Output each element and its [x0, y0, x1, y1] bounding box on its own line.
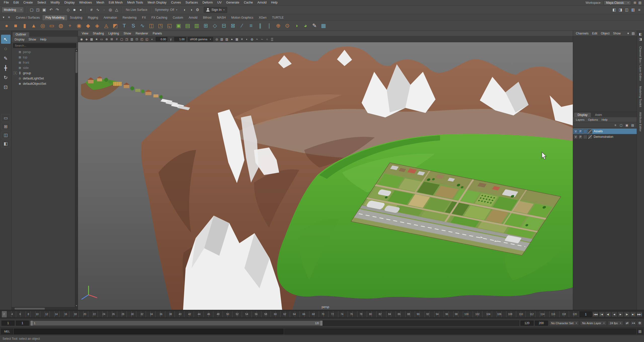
- select-hierarchy-icon[interactable]: ◇: [65, 7, 71, 13]
- menu-item[interactable]: Edit: [11, 0, 21, 5]
- anti-alias-icon[interactable]: ≈: [255, 37, 260, 42]
- bookmark-icon[interactable]: ★: [94, 37, 99, 42]
- make-live-icon[interactable]: △: [113, 7, 120, 13]
- sidebar-panel-tab[interactable]: Channel Box / Layer Editor: [639, 44, 642, 84]
- viewport-menu-item[interactable]: Panels: [150, 32, 164, 35]
- outliner-search-input[interactable]: [13, 43, 76, 48]
- image-plane-icon[interactable]: ▭: [99, 37, 104, 42]
- layer-color-swatch[interactable]: [588, 135, 592, 139]
- layer-editor-tab[interactable]: Display: [574, 113, 591, 117]
- shelf-tab[interactable]: Motion Graphics: [228, 15, 256, 20]
- tool-settings-toggle-icon[interactable]: ◨: [617, 7, 624, 13]
- menu-item[interactable]: Generate: [224, 0, 242, 5]
- poly-torus-icon[interactable]: ◎: [38, 21, 47, 30]
- poly-platonic-icon[interactable]: ◆: [84, 21, 93, 30]
- four-pane-layout-button[interactable]: ⊞: [2, 123, 10, 130]
- outliner-item[interactable]: + ◉ defaultObjectSet: [12, 81, 75, 86]
- poly-plane-icon[interactable]: ▭: [47, 21, 56, 30]
- menu-item[interactable]: Surfaces: [183, 0, 200, 5]
- poly-disc-icon[interactable]: ◍: [56, 21, 65, 30]
- smooth-icon[interactable]: ◕: [301, 21, 310, 30]
- channel-layout-icon[interactable]: ▤: [631, 31, 636, 36]
- two-d-pan-zoom-icon[interactable]: ⊕: [104, 37, 109, 42]
- shelf-tab[interactable]: Rendering: [120, 15, 139, 20]
- layer-playback-toggle[interactable]: P: [578, 129, 583, 134]
- step-forward-frame-button[interactable]: ▶|: [630, 312, 636, 317]
- boolean-difference-icon[interactable]: ▤: [183, 21, 192, 30]
- animation-preferences-icon[interactable]: ⚙: [637, 321, 642, 326]
- shelf-tab[interactable]: FX Caching: [149, 15, 170, 20]
- go-to-end-button[interactable]: ▶▶|: [636, 312, 642, 317]
- target-weld-icon[interactable]: ⊕: [274, 21, 283, 30]
- outliner-title[interactable]: Outliner: [13, 32, 29, 37]
- redo-icon[interactable]: ↷: [54, 7, 60, 13]
- menu-item[interactable]: Mesh Tools: [125, 0, 145, 5]
- layer-name[interactable]: Demonstration: [593, 135, 613, 139]
- viewport-menu-item[interactable]: Shading: [91, 32, 106, 35]
- rotate-tool[interactable]: ↻: [1, 73, 11, 82]
- scrollbar-thumb[interactable]: [15, 308, 45, 310]
- boolean-union-icon[interactable]: ▣: [174, 21, 183, 30]
- menu-item[interactable]: Cache: [242, 0, 255, 5]
- resolution-gate-icon[interactable]: ◳: [124, 37, 129, 42]
- layer-editor-menu-item[interactable]: Options: [586, 118, 600, 121]
- menu-item[interactable]: File: [2, 0, 11, 5]
- layer-display-type-toggle[interactable]: [583, 135, 587, 139]
- channel-box-menu-item[interactable]: Channels: [574, 32, 590, 35]
- extract-icon[interactable]: ◱: [165, 21, 174, 30]
- viewport-menu-item[interactable]: Show: [121, 32, 133, 35]
- scrollbar-thumb[interactable]: [75, 52, 77, 73]
- menu-item[interactable]: Mesh Display: [145, 0, 169, 5]
- shelf-tab[interactable]: MASH: [214, 15, 229, 20]
- poly-super-ellipse-icon[interactable]: ◈: [93, 21, 102, 30]
- outliner-item[interactable]: + ▦ side: [12, 65, 75, 70]
- layer-editor-tab[interactable]: Anim: [591, 113, 605, 117]
- type-tool-icon[interactable]: T: [120, 21, 129, 30]
- script-editor-icon[interactable]: ▤: [637, 329, 643, 334]
- current-time-field[interactable]: [580, 312, 592, 317]
- new-layer-from-selected-icon[interactable]: ▣: [624, 123, 629, 127]
- poly-gear-icon[interactable]: +: [65, 21, 74, 30]
- connect-icon[interactable]: ≡: [247, 21, 256, 30]
- menu-set-selector[interactable]: Modeling ▾: [2, 7, 24, 13]
- menu-item[interactable]: Select: [35, 0, 48, 5]
- outliner-menu-item[interactable]: Display: [13, 38, 26, 41]
- wireframe-on-shaded-icon[interactable]: ▧: [224, 37, 229, 42]
- shadows-icon[interactable]: ◐: [245, 37, 250, 42]
- new-scene-icon[interactable]: ▢: [28, 7, 35, 13]
- sign-in-button[interactable]: Sign In ▾: [204, 7, 227, 13]
- viewport-menu-item[interactable]: View: [79, 32, 91, 35]
- command-language-button[interactable]: MEL: [1, 329, 13, 334]
- channel-display-options-icon[interactable]: ▾: [626, 31, 631, 36]
- outliner-persp-layout-button[interactable]: ◧: [2, 140, 10, 147]
- viewport-menu-item[interactable]: Renderer: [133, 32, 150, 35]
- camera-attributes-icon[interactable]: ▦: [89, 37, 94, 42]
- layer-attributes-icon[interactable]: ▤: [630, 123, 635, 127]
- outliner-item[interactable]: + ▦ top: [12, 55, 75, 60]
- menu-item[interactable]: Windows: [77, 0, 94, 5]
- playback-range-bar[interactable]: 1 120: [30, 321, 323, 326]
- bevel-icon[interactable]: ◇: [210, 21, 219, 30]
- play-forwards-button[interactable]: ▶: [618, 312, 624, 317]
- sidebar-panel-tab[interactable]: Modeling Toolkit: [639, 84, 642, 110]
- depth-of-field-icon[interactable]: ○: [265, 37, 270, 42]
- playback-end-field[interactable]: [520, 321, 534, 326]
- separate-icon[interactable]: ◳: [156, 21, 165, 30]
- animation-end-field[interactable]: [535, 321, 548, 326]
- viewport-canvas[interactable]: [78, 42, 573, 310]
- shelf-tab[interactable]: Animation: [101, 15, 120, 20]
- shelf-menu-icon[interactable]: ≡: [7, 15, 12, 20]
- menu-item[interactable]: Deform: [200, 0, 215, 5]
- outliner-item[interactable]: + ◎ defaultLightSet: [12, 76, 75, 81]
- layer-list-options-icon[interactable]: ≡: [613, 123, 618, 127]
- anim-layer-selector[interactable]: No Anim Layer ▾: [580, 321, 607, 326]
- grid-icon[interactable]: #: [114, 37, 119, 42]
- gamma-field[interactable]: [174, 37, 186, 41]
- poly-cone-icon[interactable]: ▲: [29, 21, 38, 30]
- play-backwards-button[interactable]: ◀: [611, 312, 617, 317]
- menu-item[interactable]: Arnold: [255, 0, 269, 5]
- playback-start-field[interactable]: [16, 321, 29, 326]
- shelf-tab[interactable]: Sculpting: [67, 15, 85, 20]
- command-feedback-area[interactable]: [284, 329, 636, 334]
- layer-playback-toggle[interactable]: P: [578, 135, 583, 139]
